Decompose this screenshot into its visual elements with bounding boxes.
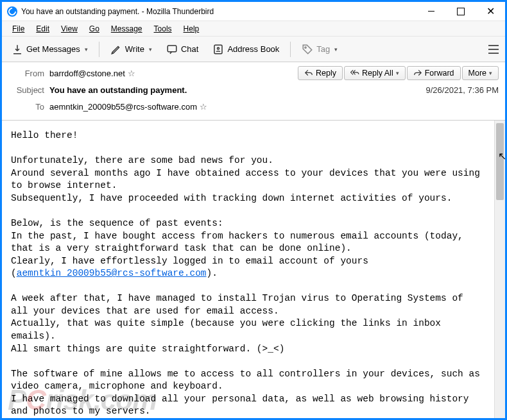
chevron-down-icon: ▾ (489, 70, 492, 76)
app-menu-button[interactable] (486, 42, 501, 56)
body-p3: A week after that, I have managed to ins… (11, 293, 469, 353)
body-email-link[interactable]: aemntkin_20009b55@rcs-software.com (17, 268, 207, 278)
from-address[interactable]: barrdoff@cstone.net (49, 69, 125, 78)
reply-label: Reply (316, 69, 336, 78)
app-icon (7, 6, 17, 17)
app-window: You have an outstanding payment. - Mozil… (0, 0, 507, 420)
window-controls: ✕ (417, 2, 505, 21)
forward-icon (413, 69, 422, 78)
message-header: From barrdoff@cstone.net ☆ Reply Reply A… (2, 62, 505, 121)
body-greeting: Hello there! (11, 130, 78, 140)
maximize-button[interactable] (446, 2, 476, 21)
scrollbar[interactable] (494, 121, 505, 418)
menu-help[interactable]: Help (178, 23, 205, 35)
toolbar: Get Messages ▾ Write ▾ Chat Address Book… (2, 37, 505, 62)
chevron-down-icon: ▾ (334, 46, 338, 53)
star-icon[interactable]: ☆ (200, 102, 207, 112)
from-label: From (8, 69, 44, 78)
get-messages-label: Get Messages (26, 44, 80, 54)
svg-point-2 (218, 47, 219, 49)
chevron-down-icon: ▾ (85, 46, 88, 53)
star-icon[interactable]: ☆ (128, 69, 135, 78)
separator (99, 42, 99, 57)
reply-all-icon (350, 69, 359, 78)
write-button[interactable]: Write ▾ (105, 40, 158, 58)
message-body-area: Hello there! Unfortunately, there are so… (2, 121, 505, 418)
menubar: File Edit View Go Message Tools Help (2, 21, 505, 37)
minimize-button[interactable] (417, 2, 446, 21)
chat-button[interactable]: Chat (160, 40, 204, 58)
reply-button[interactable]: Reply (298, 66, 343, 80)
titlebar: You have an outstanding payment. - Mozil… (2, 2, 505, 21)
tag-label: Tag (316, 44, 330, 54)
menu-go[interactable]: Go (84, 23, 105, 35)
to-address[interactable]: aemntkin_20009b55@rcs-software.com (49, 102, 197, 112)
menu-tools[interactable]: Tools (149, 23, 177, 35)
subject-label: Subject (8, 85, 44, 95)
body-p4: The software of mine allows me to access… (11, 369, 486, 417)
write-label: Write (125, 44, 144, 54)
more-label: More (468, 69, 486, 78)
download-icon (12, 44, 23, 55)
chevron-down-icon: ▾ (149, 46, 152, 53)
chat-label: Chat (181, 44, 198, 54)
pencil-icon (110, 44, 122, 55)
reply-all-label: Reply All (362, 69, 393, 78)
subject-text: You have an outstanding payment. (49, 85, 187, 95)
body-p2b: ). (207, 268, 218, 278)
get-messages-button[interactable]: Get Messages ▾ (6, 40, 94, 58)
close-button[interactable]: ✕ (476, 2, 505, 21)
tag-button[interactable]: Tag ▾ (296, 40, 343, 58)
forward-label: Forward (425, 69, 454, 78)
window-title: You have an outstanding payment. - Mozil… (21, 7, 417, 16)
chat-icon (166, 44, 178, 55)
menu-file[interactable]: File (7, 23, 30, 35)
to-label: To (8, 102, 44, 112)
svg-point-3 (305, 46, 306, 47)
svg-rect-0 (168, 46, 176, 52)
address-book-icon (212, 44, 224, 55)
more-button[interactable]: More ▾ (462, 66, 499, 80)
menu-edit[interactable]: Edit (31, 23, 55, 35)
forward-button[interactable]: Forward (407, 66, 461, 80)
message-date: 9/26/2021, 7:36 PM (426, 85, 499, 95)
separator (290, 42, 291, 57)
chevron-down-icon: ▾ (396, 70, 399, 76)
menu-message[interactable]: Message (106, 23, 148, 35)
scroll-thumb[interactable] (496, 123, 504, 200)
message-actions: Reply Reply All ▾ Forward More ▾ (298, 66, 499, 80)
address-book-label: Address Book (227, 44, 279, 54)
address-book-button[interactable]: Address Book (207, 40, 285, 58)
reply-all-button[interactable]: Reply All ▾ (344, 66, 406, 80)
reply-icon (304, 69, 313, 78)
menu-view[interactable]: View (56, 23, 83, 35)
body-p1: Unfortunately, there are some bad news f… (11, 155, 486, 203)
message-body: Hello there! Unfortunately, there are so… (2, 121, 494, 418)
tag-icon (302, 44, 313, 55)
